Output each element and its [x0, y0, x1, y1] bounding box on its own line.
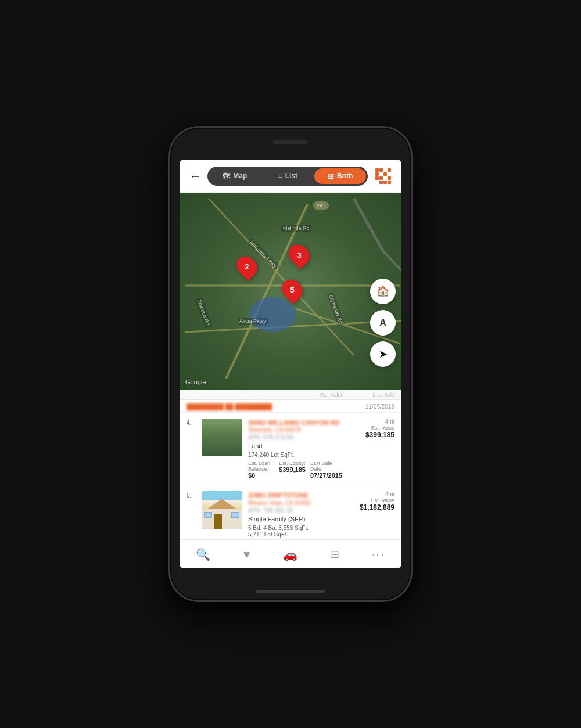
property-5-city: Mission Viejo, CA 92692	[248, 500, 342, 506]
bottom-nav-search[interactable]: 🔍	[191, 545, 215, 564]
loan-label: Est. Loan Balance:	[248, 460, 274, 472]
property-5-address: 22881 DRIFTSTONE	[248, 491, 342, 499]
bottom-nav-favorites[interactable]: ♥	[239, 545, 255, 563]
tab-both-label: Both	[337, 172, 353, 180]
car-icon: 🚗	[283, 547, 297, 561]
tab-map[interactable]: 🗺 Map	[209, 168, 261, 184]
search-icon: 🔍	[196, 547, 210, 561]
property-4-number: 4.	[187, 420, 191, 426]
svg-line-4	[354, 199, 383, 251]
satellite-icon: A	[379, 318, 386, 328]
equity-label: Est. Equity:	[279, 460, 306, 466]
est-value-label-5: Est. Value	[348, 498, 394, 503]
property-4-distance: 4mi	[348, 419, 394, 425]
property-4-specs: 174,240 Lot SqFt.	[248, 452, 342, 458]
phone-home	[256, 590, 325, 593]
logo-cell	[379, 181, 383, 184]
property-4-apn: APN: 578-073-09	[248, 434, 342, 441]
marker-5-label: 5	[290, 286, 294, 294]
nav-bar: ← 🗺 Map ≡ List ⊞ Both	[180, 160, 401, 193]
phone-wrapper: ← 🗺 Map ≡ List ⊞ Both	[168, 126, 413, 602]
partial-values: 12/25/2019	[365, 403, 394, 409]
logo-cell	[383, 181, 387, 184]
logo-cell	[379, 176, 383, 180]
both-icon: ⊞	[328, 172, 334, 181]
tab-list-label: List	[285, 172, 297, 180]
map-control-home[interactable]: 🏠	[370, 279, 396, 304]
map-control-satellite[interactable]: A	[370, 310, 396, 336]
map-marker-2[interactable]: 2	[238, 255, 256, 277]
property-4-right: 4mi Est. Value $399,185	[348, 419, 394, 479]
logo-cell	[375, 168, 379, 172]
equity-value: $399,185	[279, 466, 306, 473]
property-4-city: Silverado, CA 92676	[248, 427, 342, 433]
est-value-5: $1,182,889	[348, 503, 394, 511]
logo-cell	[383, 168, 387, 172]
logo-cell	[388, 181, 391, 184]
sfr-thumbnail	[202, 491, 242, 529]
logo-cell	[375, 181, 379, 184]
map-container[interactable]: Margarita Pkwy Melinda Rd Alicia Pkwy 24…	[180, 193, 401, 390]
property-5-distance: 4mi	[348, 491, 394, 498]
map-marker-5[interactable]: 5	[283, 279, 302, 301]
list-header: Est. Value Last Sale	[180, 390, 401, 400]
logo-cell	[388, 172, 391, 176]
property-5-thumb	[202, 491, 242, 529]
property-5-specs: 5 Bd. 4 Ba. 3,556 SqFt.5,711 Lot SqFt.	[248, 525, 342, 538]
logo-cell	[375, 176, 379, 180]
property-item-4[interactable]: 4. 28082 WILLIAMS CANYON RD Silverado, C…	[180, 413, 401, 485]
property-5-number: 5.	[187, 492, 191, 499]
logo-cell	[383, 176, 387, 180]
road-label-melinda: Melinda Rd	[281, 225, 311, 232]
phone-speaker	[273, 140, 308, 144]
loan-value: $0	[248, 472, 274, 479]
phone-screen: ← 🗺 Map ≡ List ⊞ Both	[180, 160, 401, 568]
back-button[interactable]: ←	[187, 167, 204, 185]
highway-label-241: 241	[313, 201, 329, 210]
property-4-equity: Est. Equity: $399,185	[279, 460, 306, 473]
svg-line-3	[209, 199, 354, 355]
map-marker-3[interactable]: 3	[290, 244, 309, 266]
sale-date: 07/27/2015	[310, 472, 342, 479]
bottom-nav-more[interactable]: ···	[367, 545, 390, 563]
svg-line-5	[383, 251, 401, 274]
est-value-label-4: Est. Value	[348, 425, 394, 431]
property-4-thumb	[202, 419, 242, 456]
tab-list[interactable]: ≡ List	[262, 168, 314, 184]
google-maps-label: Google	[185, 379, 206, 385]
bottom-nav-filter[interactable]: ⊟	[326, 546, 344, 563]
property-5-apn: APN: 786-381-25	[248, 507, 342, 514]
marker-2-label: 2	[245, 262, 249, 271]
logo-cell	[388, 168, 391, 172]
property-4-meta: Est. Loan Balance: $0 Est. Equity: $399,…	[248, 460, 342, 479]
property-5-info: 22881 DRIFTSTONE Mission Viejo, CA 92692…	[248, 491, 342, 539]
heart-icon: ♥	[243, 547, 250, 561]
list-icon: ≡	[278, 172, 282, 181]
phone-frame: ← 🗺 Map ≡ List ⊞ Both	[168, 126, 413, 602]
view-tabs: 🗺 Map ≡ List ⊞ Both	[207, 167, 368, 186]
property-4-address: 28082 WILLIAMS CANYON RD	[248, 419, 342, 427]
road-label-alicia: Alicia Pkwy	[238, 318, 268, 325]
tab-both[interactable]: ⊞ Both	[314, 168, 366, 184]
map-lake	[249, 297, 296, 332]
property-item-5[interactable]: 5. 22881 DRIFTS	[180, 485, 401, 539]
tab-map-label: Map	[233, 172, 247, 180]
sale-label: Last Sale Date:	[310, 460, 342, 472]
property-partial-row: █████████ ██ █████████ 12/25/2019	[180, 400, 401, 413]
marker-3-label: 3	[297, 251, 301, 260]
land-thumbnail	[202, 419, 242, 456]
bottom-nav: 🔍 ♥ 🚗 ⊟ ···	[180, 539, 401, 568]
map-control-location[interactable]: ➤	[370, 341, 396, 367]
filter-icon: ⊟	[331, 548, 339, 561]
property-4-sale: Last Sale Date: 07/27/2015	[310, 460, 342, 479]
logo-cell	[379, 172, 383, 176]
column-headers: Est. Value Last Sale	[320, 392, 394, 398]
logo-cell	[375, 172, 379, 176]
property-4-type: Land	[248, 442, 342, 449]
property-list: 4. 28082 WILLIAMS CANYON RD Silverado, C…	[180, 413, 401, 539]
home-icon: 🏠	[376, 285, 389, 298]
logo-grid	[375, 168, 391, 184]
logo-cell	[383, 172, 387, 176]
property-5-right: 4mi Est. Value $1,182,889	[348, 491, 394, 539]
bottom-nav-drive[interactable]: 🚗	[278, 545, 302, 564]
